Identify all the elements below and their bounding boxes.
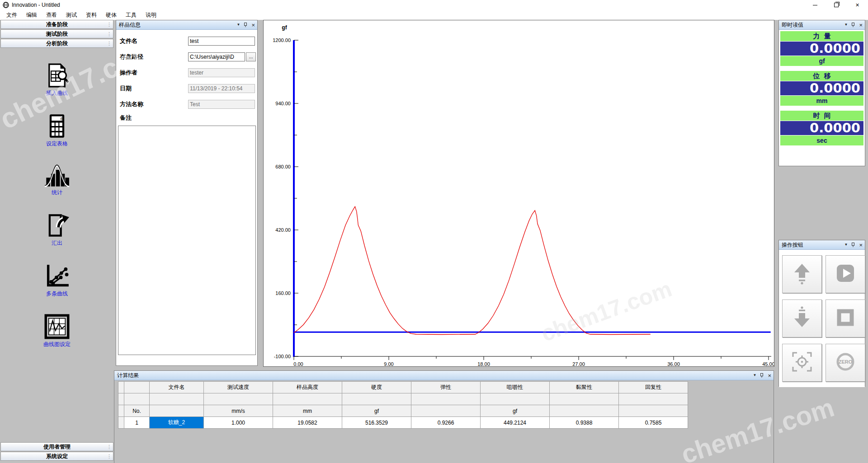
- row-number[interactable]: 1: [124, 417, 150, 429]
- up-button[interactable]: [782, 255, 822, 293]
- sidebar-tool-stats[interactable]: 统计: [44, 164, 70, 196]
- result-cell-1[interactable]: 软糖_2: [150, 417, 204, 429]
- panel-collapse-icon[interactable]: ▼: [844, 20, 848, 29]
- minimize-icon: [813, 5, 817, 5]
- sidebar-tool-multi-curve[interactable]: 多条曲线: [44, 263, 70, 298]
- tool-label: 曲线图设定: [43, 341, 71, 348]
- menu-item-1[interactable]: 文件: [2, 10, 22, 20]
- down-icon: [790, 306, 814, 331]
- column-header-1: 文件名: [150, 382, 204, 393]
- browse-button[interactable]: ...: [246, 52, 256, 61]
- readout-value: 0.0000: [780, 81, 863, 95]
- panel-pin-icon[interactable]: [244, 23, 248, 27]
- results-header: 计算结果 ▼ ×: [114, 371, 774, 380]
- panel-close-icon[interactable]: ×: [768, 373, 771, 379]
- svg-text:gf: gf: [282, 24, 287, 31]
- svg-text:680.00: 680.00: [275, 164, 291, 169]
- field-input-2[interactable]: [188, 52, 245, 61]
- field-input-4[interactable]: [188, 84, 255, 93]
- restore-button[interactable]: [826, 0, 847, 10]
- menu-item-5[interactable]: 资料: [81, 10, 101, 20]
- grip-icon: ⋮: [107, 20, 112, 28]
- no-header: [124, 382, 150, 393]
- panel-close-icon[interactable]: ×: [251, 22, 255, 28]
- sample-info-body: 文件名存盘路径...操作者日期方法名称备注: [116, 30, 257, 358]
- set-table-icon: 0: [44, 113, 70, 139]
- sidebar-tool-chart-setup[interactable]: 曲线图设定: [43, 314, 71, 348]
- panel-close-icon[interactable]: ×: [859, 242, 863, 248]
- stop-button[interactable]: [826, 299, 865, 337]
- up-icon: [790, 262, 814, 287]
- sidebar-tool-export[interactable]: 汇出: [44, 213, 70, 247]
- unit-cell-6: gf: [481, 405, 550, 417]
- menu-item-2[interactable]: 编辑: [22, 10, 42, 20]
- title-bar: Innovation - Untitled ×: [0, 0, 868, 10]
- grip-icon: ⋮: [107, 30, 112, 38]
- sidebar-tab-bottom-2[interactable]: 系统设定⋮: [0, 452, 113, 461]
- sidebar: 准备阶段⋮测试阶段⋮分析阶段⋮ 插入曲线0设定表格统计汇出多条曲线曲线图设定 使…: [0, 20, 114, 463]
- panel-collapse-icon[interactable]: ▼: [753, 371, 756, 380]
- result-cell-5[interactable]: 0.9266: [411, 417, 481, 429]
- window-title: Innovation - Untitled: [12, 2, 60, 8]
- result-cell-7[interactable]: 0.9388: [550, 417, 619, 429]
- field-input-3[interactable]: [188, 68, 255, 77]
- result-row-1: 1软糖_21.00019.0582516.35290.9266449.21240…: [118, 417, 688, 429]
- panel-pin-icon[interactable]: [851, 23, 855, 27]
- svg-text:36.00: 36.00: [667, 361, 680, 366]
- sidebar-tab-label: 准备阶段: [46, 21, 68, 28]
- field-input-1[interactable]: [188, 37, 255, 46]
- tool-label: 汇出: [44, 239, 70, 247]
- blank-header-cell: [550, 393, 619, 405]
- column-header-7: 黏聚性: [550, 382, 619, 393]
- readout-title: 即时读值: [782, 22, 803, 28]
- play-button[interactable]: [826, 255, 865, 293]
- panel-close-icon[interactable]: ×: [859, 22, 863, 28]
- row-selector: [118, 405, 124, 417]
- row-selector[interactable]: [118, 417, 124, 429]
- result-cell-6[interactable]: 449.2124: [481, 417, 550, 429]
- readout-unit: gf: [780, 56, 863, 66]
- svg-text:-100.00: -100.00: [274, 354, 291, 359]
- readout-group-2: 位移0.0000mm: [780, 71, 863, 106]
- sidebar-tab-top-2[interactable]: 测试阶段⋮: [0, 29, 113, 38]
- panel-collapse-icon[interactable]: ▼: [844, 240, 848, 249]
- readout-label: 力量: [780, 31, 863, 41]
- sidebar-tab-label: 系统设定: [46, 453, 68, 459]
- sidebar-tab-top-3[interactable]: 分析阶段⋮: [0, 39, 113, 48]
- minimize-button[interactable]: [804, 0, 826, 10]
- sample-info-panel: 样品信息 ▼ × 文件名存盘路径...操作者日期方法名称备注: [116, 20, 258, 366]
- field-input-5[interactable]: [188, 100, 255, 109]
- column-header-2: 测试速度: [204, 382, 273, 393]
- menu-item-7[interactable]: 工具: [121, 10, 141, 20]
- field-label-5: 方法名称: [120, 100, 143, 109]
- sidebar-tool-insert-curve[interactable]: 插入曲线: [44, 63, 70, 97]
- result-cell-8[interactable]: 0.7585: [619, 417, 688, 429]
- remark-textarea[interactable]: [118, 126, 256, 355]
- sidebar-tab-top-1[interactable]: 准备阶段⋮: [0, 20, 113, 29]
- target-button[interactable]: [782, 344, 822, 382]
- menu-item-4[interactable]: 测试: [61, 10, 81, 20]
- down-button[interactable]: [782, 299, 822, 337]
- svg-text:9.00: 9.00: [384, 361, 393, 366]
- result-cell-4[interactable]: 516.3529: [342, 417, 411, 429]
- zero-button[interactable]: ZERO: [826, 344, 865, 382]
- field-label-1: 文件名: [120, 37, 137, 46]
- close-button[interactable]: ×: [847, 0, 868, 10]
- sidebar-tool-set-table[interactable]: 0设定表格: [44, 113, 70, 148]
- panel-pin-icon[interactable]: [851, 243, 855, 247]
- menu-item-6[interactable]: 硬体: [101, 10, 121, 20]
- panel-collapse-icon[interactable]: ▼: [236, 20, 240, 29]
- results-title: 计算结果: [117, 372, 139, 379]
- sidebar-tab-bottom-1[interactable]: 使用者管理⋮: [0, 442, 113, 451]
- zero-icon: ZERO: [834, 350, 857, 375]
- result-cell-3[interactable]: 19.0582: [273, 417, 342, 429]
- panel-pin-icon[interactable]: [760, 373, 764, 378]
- blank-header-cell: [204, 393, 273, 405]
- results-panel: 计算结果 ▼ × 文件名测试速度样品高度硬度弹性咀嚼性黏聚性回复性No.mm/s…: [114, 370, 774, 463]
- menu-item-8[interactable]: 说明: [141, 10, 161, 20]
- result-cell-2[interactable]: 1.000: [204, 417, 273, 429]
- sample-info-header: 样品信息 ▼ ×: [116, 20, 257, 30]
- menu-item-3[interactable]: 查看: [42, 10, 61, 20]
- column-header-5: 弹性: [411, 382, 481, 393]
- controls-header: 操作按钮 ▼ ×: [779, 240, 865, 250]
